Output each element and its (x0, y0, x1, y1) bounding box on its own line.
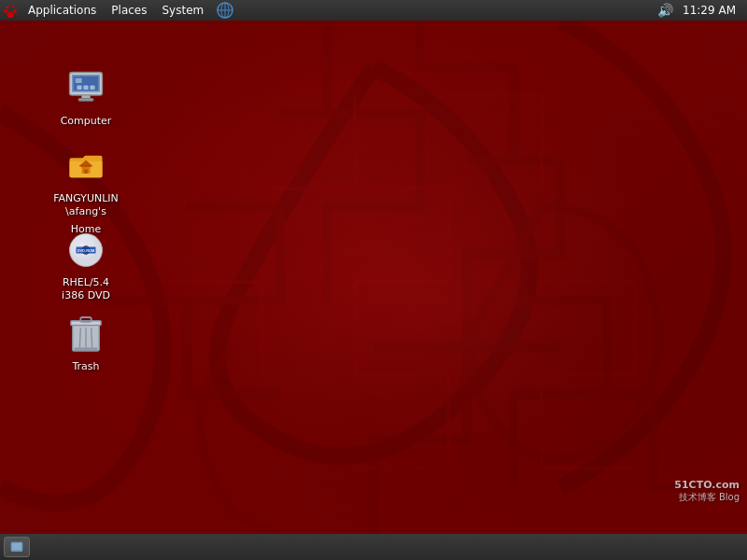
svg-line-33 (79, 328, 80, 347)
network-icon[interactable] (215, 0, 235, 21)
computer-label: Computer (61, 115, 112, 128)
svg-rect-38 (75, 347, 98, 351)
clock: 11:29 AM (677, 4, 741, 17)
watermark-line1: 51CTO.com (674, 479, 740, 491)
show-desktop-button[interactable] (4, 537, 30, 557)
trash-label: Trash (72, 360, 99, 373)
svg-point-3 (7, 7, 9, 9)
svg-rect-19 (83, 86, 88, 90)
watermark-line2: 技术博客 Blog (674, 491, 740, 504)
bottom-panel (0, 534, 747, 560)
dvd-icon-img: DVD-ROM (63, 228, 108, 273)
svg-rect-39 (11, 542, 22, 551)
svg-point-4 (12, 6, 14, 7)
svg-point-0 (7, 12, 14, 19)
svg-rect-16 (82, 95, 91, 99)
applications-menu[interactable]: Applications (21, 0, 104, 21)
svg-point-2 (13, 9, 17, 13)
places-menu[interactable]: Places (104, 0, 154, 21)
svg-point-1 (4, 9, 7, 13)
home-label-line1: FANGYUNLIN\afang's (52, 192, 120, 219)
svg-line-35 (92, 328, 92, 347)
panel-right: 🔊 11:29 AM (657, 3, 747, 18)
svg-rect-18 (77, 86, 81, 90)
show-desktop-icon (10, 540, 23, 553)
svg-rect-20 (90, 86, 94, 90)
desktop: Computer FANGYUNLIN\afang's Home (0, 21, 747, 534)
svg-rect-37 (80, 317, 91, 322)
computer-icon-img (63, 66, 108, 111)
home-icon-img (63, 144, 108, 189)
gnome-foot-icon[interactable] (0, 0, 21, 21)
top-panel: Applications Places System 🔊 11:29 AM (0, 0, 747, 21)
svg-rect-40 (11, 550, 22, 552)
watermark: 51CTO.com 技术博客 Blog (674, 479, 740, 504)
svg-rect-23 (84, 170, 88, 174)
computer-icon[interactable]: Computer (49, 63, 123, 132)
trash-icon-img (63, 312, 108, 357)
svg-text:DVD-ROM: DVD-ROM (78, 248, 95, 253)
svg-rect-17 (78, 99, 93, 102)
dvd-label: RHEL/5.4 i386 DVD (52, 276, 120, 303)
system-menu[interactable]: System (154, 0, 211, 21)
panel-left: Applications Places System (0, 0, 657, 21)
volume-icon[interactable]: 🔊 (657, 3, 673, 18)
trash-icon[interactable]: Trash (49, 308, 123, 377)
dvd-icon[interactable]: DVD-ROM RHEL/5.4 i386 DVD (49, 224, 123, 307)
svg-rect-15 (76, 78, 82, 83)
